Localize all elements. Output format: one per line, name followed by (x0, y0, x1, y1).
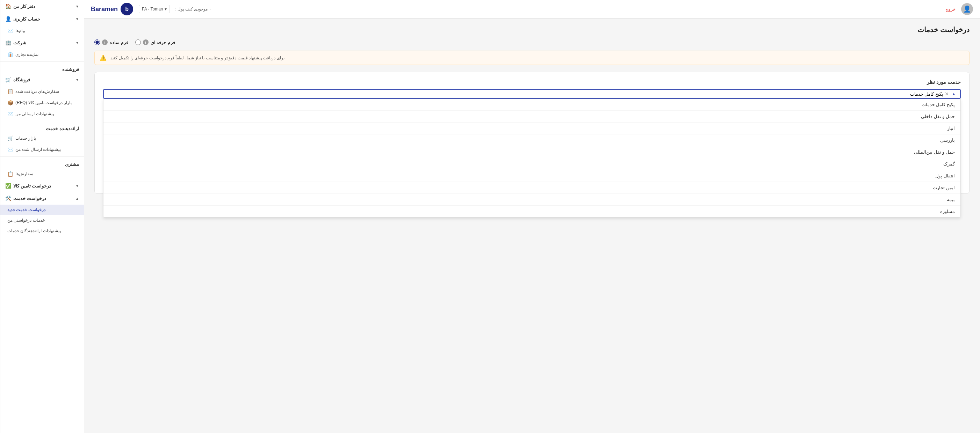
dropdown-item-1[interactable]: حمل و نقل داخلی (103, 111, 961, 122)
service-dropdown-menu: پکیج کامل خدمات حمل و نقل داخلی انبار با… (103, 99, 961, 217)
home-icon: 🏠 (5, 3, 11, 9)
user-icon: 👤 (5, 16, 11, 22)
chevron-down-icon: ▼ (75, 184, 79, 188)
lang-arrow-icon: ▾ (165, 6, 167, 11)
shop-icon: 🛒 (5, 77, 11, 82)
brand-name: Baramen (91, 6, 118, 13)
form-card: خدمت مورد نظر ▲ ✕ پکیج کامل خدمات حمل و … (94, 72, 969, 194)
service-dropdown-container: ▲ ✕ پکیج کامل خدمات حمل و نقل داخلی انبا… (103, 89, 961, 99)
sidebar-item-label: سفارش‌ها (15, 171, 33, 176)
form-type-pro[interactable]: فرم حرفه ای i (135, 40, 175, 45)
chevron-down-icon: ▼ (75, 17, 79, 21)
form-type-simple-radio[interactable] (94, 40, 100, 45)
chevron-down-icon: ▼ (75, 5, 79, 8)
sidebar-item-label: درخواست خدمت (13, 196, 46, 201)
sidebar-item-service-market[interactable]: بازار خدمات 🛒 (0, 133, 84, 144)
form-type-simple[interactable]: فرم ساده i (94, 40, 128, 45)
service-input-wrapper[interactable]: ▲ ✕ (103, 89, 961, 99)
top-header: 👤 خروج ۰ موجودی کیف پول : ▾ FA - Toman b… (84, 0, 980, 19)
dropdown-item-2[interactable]: انبار (103, 122, 961, 135)
sidebar-item-sent-service-offers[interactable]: پیشنهادات ارسال شده من ✉️ (0, 144, 84, 155)
separator (0, 121, 84, 121)
supply-icon: ✅ (5, 183, 11, 189)
form-type-pro-radio[interactable] (135, 40, 141, 45)
sidebar-item-service-request[interactable]: ▲ درخواست خدمت 🛠️ (0, 192, 84, 205)
service-toggle-btn[interactable]: ▲ (950, 92, 957, 97)
content-area: درخواست خدمات فرم حرفه ای i فرم ساده i ب… (84, 19, 980, 433)
vendor-section-label: فروشنده (0, 63, 84, 73)
service-search-input[interactable] (107, 92, 943, 97)
sidebar-item-orders[interactable]: سفارش‌ها 📋 (0, 168, 84, 179)
alert-text: برای دریافت پیشنهاد قیمت دقیق‌تر و متناس… (110, 56, 285, 60)
sidebar-item-label: بازار درخواست تامین کالا (RFQ) (15, 100, 72, 105)
sidebar-item-my-service-requests[interactable]: خدمات درخواستی من (0, 215, 84, 225)
header-right: ۰ موجودی کیف پول : ▾ FA - Toman b Barame… (91, 3, 211, 15)
sent-service-offers-icon: ✉️ (7, 147, 13, 152)
sidebar: ▼ دفتر کار من 🏠 ▼ حساب کاربری 👤 پیام‌ها … (0, 0, 84, 433)
sidebar-item-trade-rep[interactable]: نماینده تجاری 👔 (0, 49, 84, 60)
page-title: درخواست خدمات (94, 25, 969, 34)
sidebar-item-company[interactable]: ▼ شرکت 🏢 (0, 36, 84, 49)
dropdown-item-9[interactable]: مشاوره (103, 206, 961, 217)
dropdown-item-0[interactable]: پکیج کامل خدمات (103, 99, 961, 111)
wallet-label: موجودی کیف پول : (175, 6, 208, 11)
brand-icon: b (121, 3, 133, 15)
header-left: 👤 خروج (945, 3, 973, 15)
sidebar-item-label: پیشنهادات ارسال شده من (15, 147, 61, 152)
sidebar-item-label: پیام‌ها (15, 28, 25, 33)
sidebar-item-account[interactable]: ▼ حساب کاربری 👤 (0, 13, 84, 25)
sidebar-item-supply-request[interactable]: ▼ درخواست تامین کالا ✅ (0, 179, 84, 192)
main-area: 👤 خروج ۰ موجودی کیف پول : ▾ FA - Toman b… (84, 0, 980, 433)
sidebar-item-label: فروشگاه (13, 77, 30, 82)
sidebar-item-label: نماینده تجاری (15, 52, 38, 57)
form-type-simple-label: فرم ساده (110, 40, 128, 45)
sent-offers-icon: ✉️ (7, 111, 13, 117)
alert-banner: برای دریافت پیشنهاد قیمت دقیق‌تر و متناس… (94, 51, 969, 65)
warning-icon: ⚠️ (100, 54, 107, 61)
service-provider-section-label: ارائه‌دهنده خدمت (0, 122, 84, 133)
sidebar-item-received-orders[interactable]: سفارش‌های دریافت شده 📋 (0, 86, 84, 97)
sidebar-item-label: درخواست تامین کالا (13, 183, 51, 189)
sidebar-item-my-office[interactable]: ▼ دفتر کار من 🏠 (0, 0, 84, 13)
customer-section-label: مشتری (0, 158, 84, 168)
service-section-title: خدمت مورد نظر (103, 79, 961, 85)
chevron-up-icon: ▲ (75, 197, 79, 200)
sidebar-item-sent-offers[interactable]: پیشنهادات ارسالی من ✉️ (0, 108, 84, 119)
lang-selector[interactable]: ▾ FA - Toman (139, 5, 170, 13)
info-icon-simple[interactable]: i (102, 40, 108, 45)
dropdown-item-4[interactable]: حمل و نقل بین‌المللی (103, 146, 961, 158)
sidebar-item-label: حساب کاربری (13, 16, 40, 22)
sidebar-item-label: پیشنهادات ارسالی من (15, 111, 54, 116)
form-type-pro-label: فرم حرفه ای (151, 40, 175, 45)
sidebar-item-messages[interactable]: پیام‌ها ✉️ (0, 25, 84, 36)
info-icon-pro[interactable]: i (143, 40, 148, 45)
sidebar-item-shop[interactable]: ▼ فروشگاه 🛒 (0, 73, 84, 86)
avatar[interactable]: 👤 (961, 3, 973, 15)
exit-link[interactable]: خروج (945, 6, 956, 12)
sidebar-item-service-provider-offers[interactable]: پیشنهادات ارائه‌دهندگان خدمات (0, 225, 84, 236)
wallet-info: ۰ موجودی کیف پول : (175, 6, 211, 11)
dropdown-item-6[interactable]: انتقال پول (103, 170, 961, 182)
trade-rep-icon: 👔 (7, 52, 13, 57)
dropdown-item-5[interactable]: گمرک (103, 158, 961, 170)
chevron-down-icon: ▼ (75, 41, 79, 45)
company-icon: 🏢 (5, 40, 11, 45)
orders-icon: 📋 (7, 171, 13, 177)
sidebar-item-label: سفارش‌های دریافت شده (15, 89, 59, 94)
sidebar-item-label: دفتر کار من (13, 4, 35, 9)
brand: b Baramen (91, 3, 133, 15)
sidebar-item-label: پیشنهادات ارائه‌دهندگان خدمات (7, 228, 61, 233)
message-icon: ✉️ (7, 28, 13, 33)
dropdown-item-8[interactable]: بیمه (103, 194, 961, 206)
sidebar-item-label: شرکت (13, 40, 26, 45)
service-request-icon: 🛠️ (5, 195, 11, 201)
service-market-icon: 🛒 (7, 135, 13, 141)
lang-label: FA - Toman (142, 6, 163, 11)
service-clear-btn[interactable]: ✕ (943, 91, 950, 97)
dropdown-item-3[interactable]: بازرسی (103, 135, 961, 146)
chevron-down-icon: ▼ (75, 78, 79, 82)
sidebar-item-rfq[interactable]: بازار درخواست تامین کالا (RFQ) 📦 (0, 97, 84, 108)
dropdown-item-7[interactable]: امین تجارت (103, 182, 961, 194)
wallet-value: ۰ (209, 6, 211, 11)
sidebar-item-new-service-request[interactable]: درخواست خدمت جدید (0, 205, 84, 215)
